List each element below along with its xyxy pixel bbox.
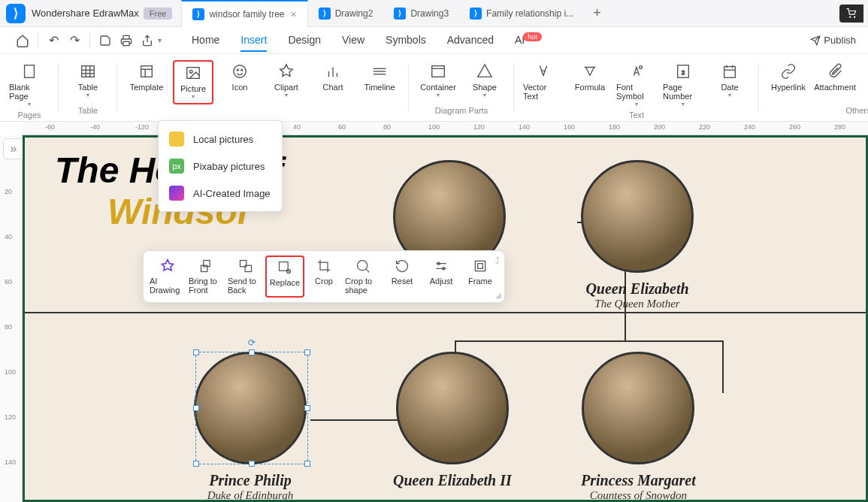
svg-point-13	[189, 70, 192, 73]
tab-drawing3[interactable]: ⟩ Drawing3	[383, 0, 459, 27]
template-button[interactable]: Template	[126, 60, 167, 104]
dropdown-ai-image[interactable]: AI-Created Image	[159, 180, 282, 207]
menu-advanced[interactable]: Advanced	[447, 29, 494, 52]
svg-rect-3	[25, 65, 35, 78]
blank-page-button[interactable]: Blank Page▾	[9, 60, 50, 110]
portrait[interactable]	[581, 160, 694, 273]
svg-rect-43	[475, 261, 485, 271]
group-insert: Template Picture▾ Icon Clipart▾ Chart Ti…	[117, 54, 409, 121]
ribbon: Blank Page▾ Pages Table▾ Table Template …	[0, 54, 868, 122]
tab-family-rel[interactable]: ⟩ Family relationship i...	[459, 0, 584, 27]
replace-button[interactable]: Replace	[265, 256, 304, 298]
crop-button[interactable]: Crop	[304, 256, 343, 298]
svg-rect-23	[432, 66, 445, 77]
menu-design[interactable]: Design	[288, 29, 321, 52]
ai-drawing-button[interactable]: AI Drawing	[148, 256, 187, 298]
rotate-handle[interactable]: ⟳	[248, 337, 256, 348]
quick-access-toolbar: ↶ ↷ ▾ Home Insert Design View Symbols Ad…	[0, 27, 868, 54]
undo-button[interactable]: ↶	[43, 30, 64, 51]
save-button[interactable]	[95, 30, 116, 51]
vector-text-button[interactable]: Vector Text	[523, 60, 564, 110]
collapse-panel-button[interactable]: »	[3, 138, 24, 159]
note-button[interactable]: Note	[861, 60, 868, 95]
new-tab-button[interactable]: +	[584, 5, 610, 21]
svg-rect-36	[280, 262, 289, 271]
doc-icon: ⟩	[319, 8, 331, 20]
bring-to-front-button[interactable]: Bring to Front	[187, 256, 226, 298]
frame-button[interactable]: Frame	[461, 256, 500, 298]
font-symbol-button[interactable]: Font Symbol▾	[616, 60, 657, 110]
print-button[interactable]	[116, 30, 137, 51]
connector	[310, 419, 401, 421]
adjust-button[interactable]: Adjust	[422, 256, 461, 298]
reset-button[interactable]: Reset	[383, 256, 422, 298]
pixabay-icon: px	[169, 159, 184, 174]
connector	[722, 340, 724, 393]
page-number-button[interactable]: 2Page Number▾	[663, 60, 703, 110]
group-others: Hyperlink Attachment Note Comn Others	[759, 54, 868, 121]
canvas-area: -60-40-120-180 20406080 100120140160 180…	[0, 122, 868, 502]
connector	[455, 340, 724, 342]
export-button[interactable]	[137, 30, 158, 51]
resize-handle[interactable]	[193, 461, 199, 467]
svg-rect-28	[724, 67, 736, 78]
person-prince-philip[interactable]: ⟳ Prince Philip Duke of Edinburgh	[194, 352, 307, 502]
chart-button[interactable]: Chart	[313, 60, 353, 104]
resize-handle[interactable]	[304, 461, 310, 467]
portrait[interactable]	[194, 352, 307, 464]
drawing-canvas[interactable]: The House of Windsor King George VI Quee…	[23, 135, 868, 502]
dropdown-pixabay[interactable]: px Pixabay pictures	[159, 153, 282, 180]
folder-icon	[169, 132, 184, 147]
titlebar: ⟩ Wondershare EdrawMax Free ⟩ windsor fa…	[0, 0, 868, 27]
send-to-back-button[interactable]: Send to Back	[226, 256, 265, 298]
crop-to-shape-button[interactable]: Crop to shape	[343, 256, 383, 298]
timeline-button[interactable]: Timeline	[359, 60, 400, 104]
svg-rect-4	[82, 66, 95, 77]
tab-windsor[interactable]: ⟩ windsor family tree ×	[181, 0, 307, 27]
menu-ai[interactable]: AIhot	[515, 29, 543, 52]
icon-button[interactable]: Icon	[219, 60, 260, 104]
container-button[interactable]: Container▾	[418, 60, 458, 101]
menu-symbols[interactable]: Symbols	[386, 29, 426, 52]
free-badge: Free	[144, 8, 173, 20]
shape-button[interactable]: Shape▾	[464, 60, 505, 101]
cart-button[interactable]	[839, 5, 863, 23]
chevron-down-icon[interactable]: ▾	[158, 36, 162, 44]
resize-handle[interactable]	[193, 349, 199, 355]
publish-button[interactable]: Publish	[810, 35, 856, 46]
portrait[interactable]	[582, 352, 694, 464]
person-princess-margaret[interactable]: Princess Margaret Countess of Snowdon	[581, 352, 696, 502]
hot-badge: hot	[523, 32, 542, 41]
menu-view[interactable]: View	[342, 29, 364, 52]
pin-icon[interactable]: ⤴	[495, 256, 500, 266]
tab-label: Drawing3	[410, 8, 449, 19]
date-button[interactable]: Date▾	[709, 60, 750, 110]
formula-button[interactable]: Formula	[570, 60, 610, 110]
resize-handle[interactable]	[304, 349, 310, 355]
tab-drawing2[interactable]: ⟩ Drawing2	[308, 0, 384, 27]
tab-label: windsor family tree	[209, 9, 284, 20]
clipart-button[interactable]: Clipart▾	[266, 60, 307, 104]
person-queen-elizabeth-ii[interactable]: Queen Elizabeth II	[393, 352, 512, 489]
group-pages: Blank Page▾ Pages	[0, 54, 59, 121]
table-button[interactable]: Table▾	[68, 60, 108, 101]
menu-home[interactable]: Home	[192, 29, 219, 52]
picture-button[interactable]: Picture▾	[173, 60, 213, 104]
dropdown-local-pictures[interactable]: Local pictures	[159, 126, 282, 153]
vertical-ruler: 20406080 100120140160	[0, 135, 23, 502]
home-button[interactable]	[12, 30, 33, 51]
svg-point-16	[241, 69, 243, 71]
hyperlink-button[interactable]: Hyperlink	[768, 60, 809, 95]
svg-point-0	[850, 17, 851, 17]
close-icon[interactable]: ×	[290, 8, 296, 20]
resize-grip-icon[interactable]: ◢	[495, 291, 501, 299]
menu-insert[interactable]: Insert	[240, 29, 267, 52]
redo-button[interactable]: ↷	[64, 30, 85, 51]
group-diagram-parts: Container▾ Shape▾ Diagram Parts	[409, 54, 514, 121]
portrait[interactable]	[396, 352, 509, 464]
attachment-button[interactable]: Attachment	[815, 60, 855, 95]
ai-icon	[169, 186, 184, 201]
app-logo: ⟩	[6, 4, 26, 23]
doc-icon: ⟩	[192, 8, 204, 20]
person-queen-mother[interactable]: Queen Elizabeth The Queen Mother	[581, 160, 694, 310]
